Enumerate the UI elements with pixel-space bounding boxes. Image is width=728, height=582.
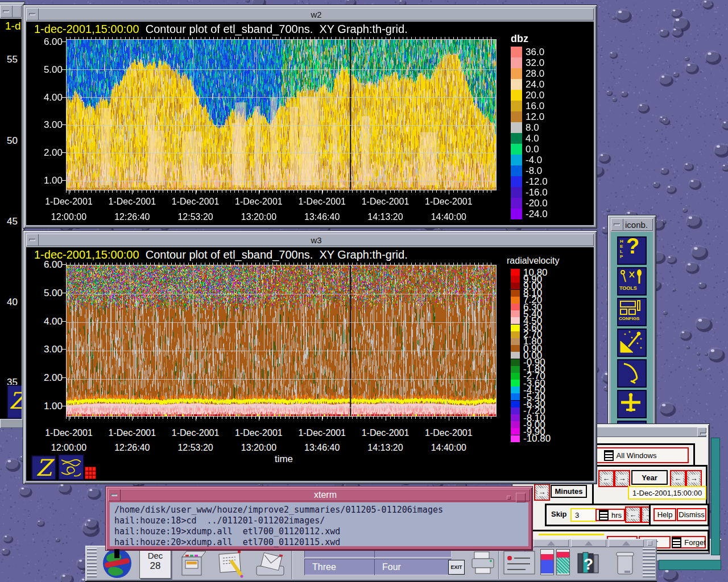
minimize-icon[interactable] — [26, 234, 39, 246]
colorbar-swatch — [511, 297, 520, 304]
performance-meter-bar2-icon[interactable] — [556, 549, 570, 575]
maximize-icon[interactable] — [697, 427, 706, 436]
colorbar-swatch — [511, 414, 520, 421]
year-back-button[interactable]: ← — [598, 470, 614, 487]
y-tick-mark — [62, 41, 66, 42]
y-tick-mark — [62, 293, 66, 293]
left-plot-heading-fragment: 1-d — [5, 20, 20, 32]
x-tick-date-label: 1-Dec-2001 — [100, 428, 164, 439]
list-icon — [599, 510, 609, 521]
panel-handle[interactable] — [87, 548, 97, 579]
datetime-field[interactable]: 1-Dec-2001,15:00:00 — [628, 486, 706, 500]
subpanel-minimize-icon[interactable] — [647, 541, 652, 546]
colorbar-level: 28.0 — [511, 68, 548, 79]
w2-colorbar: 36.032.028.024.020.016.012.08.04.00.0-4.… — [511, 47, 548, 219]
xterm-terminal[interactable]: /home/disk/user_www/houze/improve2_summa… — [110, 502, 528, 546]
x-major-tick — [132, 190, 133, 194]
terminal-line: hail:houze:19>xdump.all etl700_01120112.… — [114, 526, 528, 537]
skip-label: Skip — [551, 510, 566, 518]
colorbar-swatch — [511, 359, 520, 366]
skip-field[interactable]: 3 — [570, 508, 597, 522]
y-tick-label: 3.00 — [33, 344, 63, 355]
dismiss-button[interactable]: Dismiss — [677, 508, 706, 521]
subpanel-tab[interactable] — [609, 539, 644, 547]
x-tick-time-label: 14:40:00 — [417, 212, 481, 223]
colorbar-swatch — [511, 428, 520, 435]
colorbar-swatch — [511, 101, 522, 111]
workspace-four-button[interactable]: Four — [374, 559, 452, 575]
xterm-titlebar[interactable]: xterm — [108, 489, 530, 501]
w3-titlebar[interactable]: w3 — [26, 234, 594, 246]
trash-icon[interactable] — [613, 548, 636, 577]
x-major-tick — [196, 417, 196, 421]
x-tick-time-label: 14:13:20 — [354, 212, 417, 223]
zebra-logo-icon[interactable]: Z — [7, 385, 22, 419]
colorbar-level: 0.0 — [511, 144, 548, 155]
w3-x-axis-title: time — [258, 454, 309, 465]
help-books-icon[interactable]: ? — [574, 548, 604, 577]
colorbar-swatch — [511, 331, 520, 338]
x-minor-ticks-top — [66, 37, 495, 39]
performance-meter-bar1-icon[interactable] — [540, 549, 554, 575]
list-icon — [672, 537, 681, 548]
minimize-icon[interactable] — [26, 8, 39, 20]
colorbar-swatch — [511, 155, 522, 165]
subpanel-tab[interactable] — [533, 539, 569, 547]
xterm-small-button[interactable] — [507, 496, 511, 500]
exit-button[interactable]: EXIT — [448, 560, 465, 575]
window-fragment-teal — [711, 438, 720, 555]
grid-tool-icon[interactable] — [85, 467, 96, 479]
colorbar-swatch — [511, 345, 520, 352]
x-tick-date-label: 1-Dec-2001 — [37, 428, 101, 439]
left-plot-titlebar[interactable] — [0, 5, 22, 18]
skip-back-button[interactable]: ← — [625, 506, 641, 523]
forget-button[interactable]: Forget — [672, 536, 706, 548]
colorbar-level: 16.0 — [511, 101, 548, 111]
w2-colorbar-title: dbz — [511, 33, 528, 45]
minutes-label: Minutes — [551, 485, 587, 498]
x-tick-date-label: 1-Dec-2001 — [354, 197, 417, 207]
y-tick-mark — [62, 97, 66, 98]
x-tick-date-label: 1-Dec-2001 — [164, 197, 228, 207]
antenna-icon[interactable] — [617, 359, 647, 388]
year-forward-button[interactable]: → — [614, 470, 630, 487]
minimize-icon[interactable] — [108, 489, 121, 501]
colorbar-value: 20.0 — [526, 90, 544, 100]
airplane-icon[interactable] — [617, 390, 647, 418]
iconbar-client: HELP ? TOOLS CONFIGS — [611, 232, 653, 429]
panel-handle[interactable] — [643, 548, 655, 579]
help-icon-label: HELP — [620, 239, 623, 259]
x-tick-date-label: 1-Dec-2001 — [354, 428, 417, 439]
contour-tool-icon[interactable] — [58, 454, 84, 480]
help-button[interactable]: Help — [653, 508, 676, 521]
zebra-logo-icon[interactable]: Z — [31, 455, 56, 480]
minimize-icon[interactable] — [0, 5, 13, 18]
tools-icon[interactable]: TOOLS — [617, 267, 647, 296]
colorbar-swatch — [511, 310, 520, 317]
window-xterm: xterm /home/disk/user_www/houze/improve2… — [105, 486, 533, 551]
window-fragment-teal — [659, 560, 721, 570]
x-major-tick — [259, 190, 259, 194]
iconbar-titlebar[interactable]: iconb. — [611, 218, 653, 231]
w3-title: w3 — [39, 235, 594, 245]
configs-icon[interactable]: CONFIGS — [617, 298, 647, 326]
w2-titlebar[interactable]: w2 — [26, 8, 594, 20]
units-dropdown[interactable]: hrs — [595, 509, 625, 521]
colorbar-level: -4.0 — [511, 155, 548, 165]
terminal-line: /home/disk/user_www/houze/improve2_summa… — [114, 505, 528, 516]
minimize-icon[interactable] — [611, 218, 623, 231]
radar-scatter-icon[interactable] — [617, 329, 647, 357]
colorbar-value: 0.0 — [526, 144, 539, 154]
colorbar-value: 36.0 — [526, 47, 544, 57]
maximize-icon[interactable] — [516, 493, 526, 502]
x-minor-ticks-top — [66, 263, 495, 265]
help-icon[interactable]: HELP ? — [617, 236, 647, 265]
year-back2-button[interactable]: ← — [670, 470, 686, 487]
year-forward2-button[interactable]: → — [686, 470, 702, 487]
subpanel-tab[interactable] — [571, 539, 606, 547]
xterm-title: xterm — [121, 490, 530, 500]
minutes-forward-button[interactable]: → — [534, 484, 550, 501]
window-w3: w3 1-dec-2001,15:00:00 Contour plot of e… — [23, 230, 597, 484]
workspace-three-button[interactable]: Three — [304, 559, 379, 575]
y-tick-label: 2.00 — [33, 372, 63, 384]
